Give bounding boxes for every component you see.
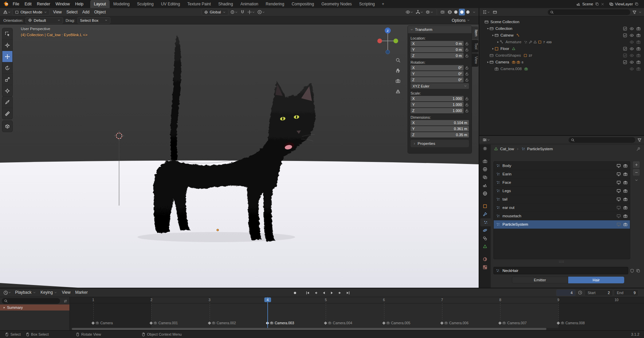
sidebar-tab-tool[interactable]: Tool — [472, 40, 478, 52]
viewport-3d[interactable]: Orientation: Default Drag: Select Box Op… — [0, 16, 479, 288]
timeline-marker-camera-005[interactable]: Camera.005 — [383, 321, 411, 325]
workspace-tab-compositing[interactable]: Compositing — [288, 0, 318, 8]
number-field[interactable]: X0.104 m — [411, 120, 469, 125]
properties-tab-material[interactable] — [479, 255, 491, 263]
toggle-viewport-display-icon[interactable] — [616, 189, 621, 193]
channel-search-input[interactable] — [9, 299, 58, 303]
workspace-tab-sculpting[interactable]: Sculpting — [133, 0, 157, 8]
outliner-search-input[interactable] — [555, 10, 628, 14]
toggle-viewport-display-icon[interactable] — [616, 180, 621, 185]
lock-icon[interactable] — [465, 109, 469, 113]
restrict-eye-icon[interactable] — [630, 33, 634, 38]
timeline-menu-view[interactable]: View — [59, 288, 73, 297]
new-scene-icon[interactable] — [595, 2, 599, 6]
blender-logo-icon[interactable] — [3, 1, 9, 7]
toggle-viewport-display-icon[interactable] — [616, 164, 621, 168]
overlays-button[interactable] — [425, 9, 434, 15]
particle-system-row-particlesystem[interactable]: ParticleSystem — [494, 220, 630, 229]
play-reverse-button[interactable] — [320, 289, 327, 296]
number-field[interactable]: Z0.35 m — [411, 132, 469, 137]
toggle-render-icon[interactable] — [623, 197, 628, 202]
gizmo-x-axis[interactable] — [377, 39, 382, 43]
tool-select-box[interactable] — [2, 28, 12, 40]
timeline-marker-camera-006[interactable]: Camera.006 — [441, 321, 469, 325]
particle-system-row-ear-out[interactable]: ear out — [494, 204, 630, 212]
proportional-editing-button[interactable] — [257, 9, 266, 15]
timeline-marker-camera-007[interactable]: Camera.007 — [499, 321, 527, 325]
jump-start-button[interactable] — [304, 289, 311, 296]
outliner-row-armature[interactable]: Armature7499 — [479, 39, 644, 45]
camera-view-button[interactable] — [394, 77, 402, 85]
particle-name-input[interactable] — [502, 268, 626, 273]
rotation-mode-dropdown[interactable]: XYZ Euler — [411, 83, 469, 89]
gizmos-button[interactable] — [415, 9, 424, 15]
restrict-camera-icon[interactable] — [636, 53, 641, 58]
number-field[interactable]: Z0 m — [411, 53, 464, 58]
shading-mode-rendered[interactable] — [465, 9, 471, 15]
particle-system-row-earin[interactable]: Earin — [494, 170, 630, 178]
transform-orientation-dropdown[interactable]: Global — [202, 9, 228, 15]
properties-filter-icon[interactable] — [637, 138, 642, 142]
tool-transform[interactable] — [2, 85, 12, 96]
timeline-editor-type-button[interactable] — [3, 289, 12, 296]
toggle-viewport-display-icon[interactable] — [616, 197, 621, 202]
transform-panel-header[interactable]: Transform — [408, 26, 472, 33]
pivot-point-button[interactable] — [229, 9, 238, 15]
properties-tab-constraints[interactable] — [479, 234, 491, 242]
particle-system-row-legs[interactable]: Legs — [494, 187, 630, 195]
number-field[interactable]: X0° — [411, 65, 464, 70]
copy-data-icon[interactable] — [636, 269, 640, 273]
xray-toggle[interactable] — [440, 9, 446, 15]
tool-rotate[interactable] — [2, 62, 12, 74]
workspace-tab-modeling[interactable]: Modeling — [110, 0, 133, 8]
particle-system-row-mousetach[interactable]: mousetach — [494, 212, 630, 220]
workspace-tab-texture-paint[interactable]: Texture Paint — [184, 0, 215, 8]
toggle-render-icon[interactable] — [623, 164, 628, 168]
show-object-types-button[interactable] — [405, 9, 414, 15]
current-frame-field[interactable]: 4 — [556, 289, 576, 296]
timeline-ruler[interactable]: 12345678910 — [70, 297, 644, 303]
properties-tab-scene[interactable] — [479, 181, 491, 189]
viewport-menu-object[interactable]: Object — [92, 8, 108, 16]
workspace-tab-layout[interactable]: Layout — [90, 0, 110, 8]
restrict-camera-icon[interactable] — [636, 26, 641, 31]
toggle-viewport-display-icon[interactable] — [616, 214, 621, 218]
preview-range-icon[interactable] — [578, 290, 582, 295]
lock-icon[interactable] — [465, 48, 469, 52]
add-particle-system-button[interactable] — [633, 161, 640, 168]
properties-tab-physics[interactable] — [479, 226, 491, 234]
particle-system-row-tail[interactable]: tail — [494, 195, 630, 204]
properties-tab-world[interactable] — [479, 189, 491, 198]
jump-end-button[interactable] — [344, 289, 352, 296]
restrict-check-icon[interactable] — [623, 60, 627, 64]
filter-swap-icon[interactable] — [63, 299, 67, 303]
channel-search[interactable] — [2, 298, 60, 304]
disclosure-icon[interactable] — [496, 41, 499, 44]
menu-file[interactable]: File — [10, 0, 22, 8]
panel-grip[interactable]: ∷∷ — [491, 260, 633, 264]
menu-window[interactable]: Window — [53, 0, 72, 8]
properties-tab-output[interactable] — [479, 165, 491, 173]
properties-tab-modifiers[interactable] — [479, 210, 491, 218]
drag-setting-dropdown[interactable]: Select Box — [77, 17, 110, 24]
new-viewlayer-icon[interactable] — [635, 2, 639, 6]
tool-add-cube[interactable] — [2, 121, 12, 132]
restrict-check-icon[interactable] — [623, 26, 627, 31]
particle-system-row-body[interactable]: Body — [494, 162, 630, 170]
timeline-menu-keying[interactable]: Keying — [38, 288, 60, 297]
toggle-render-icon[interactable] — [623, 222, 628, 227]
timeline-menu-marker[interactable]: Marker — [73, 288, 90, 297]
display-mode-icon[interactable] — [493, 10, 497, 14]
timeline-menu-playback[interactable]: Playback — [13, 288, 38, 297]
timeline-marker-camera-003[interactable]: Camera.003 — [266, 321, 294, 325]
properties-search[interactable] — [569, 137, 635, 143]
outliner-row-camera[interactable]: Camera8 — [479, 59, 644, 65]
fake-user-icon[interactable] — [630, 269, 634, 273]
tool-annotate[interactable] — [2, 97, 12, 108]
properties-editor-type-button[interactable] — [482, 136, 491, 143]
number-field[interactable]: Y0° — [411, 71, 464, 76]
end-frame-field[interactable]: End 9 — [614, 289, 639, 296]
shading-options-button[interactable] — [472, 9, 476, 15]
workspace-tab-rendering[interactable]: Rendering — [262, 0, 288, 8]
restrict-camera-icon[interactable] — [636, 40, 641, 44]
